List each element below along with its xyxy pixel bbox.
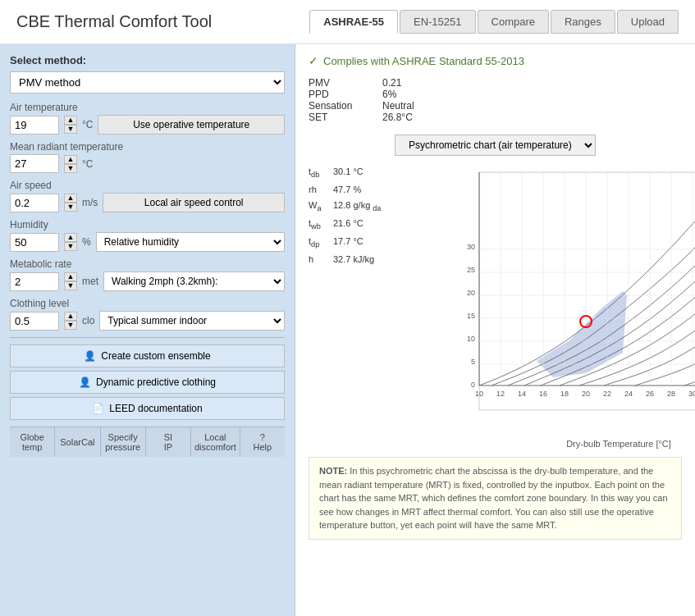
help-btn[interactable]: ?Help: [240, 427, 285, 457]
humidity-down[interactable]: ▼: [64, 242, 77, 251]
svg-text:26: 26: [646, 390, 654, 398]
check-icon: ✓: [309, 54, 318, 67]
note-box: NOTE: In this psychrometric chart the ab…: [309, 457, 682, 540]
mean-rad-unit: °C: [82, 158, 93, 170]
clothing-label: Clothing level: [10, 298, 285, 309]
svg-text:25: 25: [467, 266, 475, 274]
chart-content: tdb 30.1 °C rh 47.7 % Wa 12.8 g/kg da tw…: [309, 164, 682, 449]
humidity-unit: %: [82, 236, 91, 248]
mean-rad-spinner: ▲ ▼: [64, 155, 77, 173]
create-ensemble-btn[interactable]: 👤 Create custom ensemble: [10, 345, 285, 367]
metabolic-group: Metabolic rate ▲ ▼ met Walking 2mph (3.2…: [10, 258, 285, 291]
air-speed-up[interactable]: ▲: [64, 194, 77, 203]
metabolic-type-select[interactable]: Walking 2mph (3.2kmh):: [103, 271, 285, 291]
tdb-label: tdb: [309, 164, 331, 182]
operative-temp-btn[interactable]: Use operative temperature: [98, 115, 285, 135]
metabolic-spinner: ▲ ▼: [64, 272, 77, 290]
bottom-toolbar: Globetemp SolarCal Specifypressure SIIP …: [10, 427, 285, 457]
clothing-unit: clo: [82, 315, 94, 326]
humidity-up[interactable]: ▲: [64, 233, 77, 242]
rh-value: 47.7 %: [333, 182, 440, 198]
svg-text:30: 30: [467, 243, 475, 251]
tabs-bar: ASHRAE-55 EN-15251 Compare Ranges Upload: [309, 10, 679, 34]
metabolic-up[interactable]: ▲: [64, 272, 77, 281]
svg-text:12: 12: [496, 390, 505, 398]
local-air-speed-btn[interactable]: Local air speed control: [103, 193, 285, 212]
air-speed-down[interactable]: ▼: [64, 203, 77, 212]
tdp-label: tdp: [309, 234, 331, 252]
dynamic-clothing-btn[interactable]: 👤 Dynamic predictive clothing: [10, 371, 285, 394]
svg-text:28: 28: [667, 390, 675, 398]
mean-rad-label: Mean radiant temperature: [10, 141, 285, 153]
metabolic-down[interactable]: ▼: [64, 281, 77, 290]
clothing-type-select[interactable]: Typical summer indoor: [99, 311, 285, 331]
mean-rad-down[interactable]: ▼: [64, 164, 77, 173]
humidity-group: Humidity ▲ ▼ % Relative humidity: [10, 219, 285, 252]
chart-type-select[interactable]: Psychrometric chart (air temperature): [395, 135, 596, 156]
humidity-type-select[interactable]: Relative humidity: [96, 232, 285, 252]
tab-ashrae[interactable]: ASHRAE-55: [309, 10, 398, 34]
tab-ranges[interactable]: Ranges: [551, 10, 615, 34]
right-panel: ✓ Complies with ASHRAE Standard 55-2013 …: [295, 44, 695, 616]
si-ip-btn[interactable]: SIIP: [146, 427, 191, 457]
chart-dropdown-row: Psychrometric chart (air temperature): [309, 135, 682, 156]
svg-text:16: 16: [539, 390, 547, 398]
tab-compare[interactable]: Compare: [478, 10, 549, 34]
clothing-input[interactable]: [10, 312, 59, 331]
leed-icon: 📄: [92, 403, 104, 414]
ppd-value: 6%: [382, 89, 456, 100]
svg-text:22: 22: [603, 390, 611, 398]
air-temp-spinner: ▲ ▼: [64, 116, 77, 134]
compliance-row: ✓ Complies with ASHRAE Standard 55-2013: [309, 54, 682, 67]
method-select[interactable]: PMV method: [10, 71, 285, 94]
note-text: In this psychrometric chart the abscissa…: [319, 466, 668, 530]
clothing-group: Clothing level ▲ ▼ clo Typical summer in…: [10, 298, 285, 331]
chart-svg-wrapper: 10 12 14 16 18 20 22 24 26 28 30 32: [446, 164, 695, 449]
tab-en15251[interactable]: EN-15251: [400, 10, 476, 34]
specify-pressure-btn[interactable]: Specifypressure: [101, 427, 146, 457]
leed-btn[interactable]: 📄 LEED documentation: [10, 397, 285, 420]
select-method-label: Select method:: [10, 54, 285, 66]
pmv-value: 0.21: [382, 77, 456, 89]
svg-text:30: 30: [688, 390, 695, 398]
left-panel: Select method: PMV method Air temperatur…: [0, 44, 295, 616]
sensation-label: Sensation: [309, 100, 382, 112]
tdb-value: 30.1 °C: [333, 164, 440, 182]
psych-data-column: tdb 30.1 °C rh 47.7 % Wa 12.8 g/kg da tw…: [309, 164, 440, 449]
sensation-value: Neutral: [382, 100, 456, 112]
metabolic-input[interactable]: [10, 272, 59, 291]
air-temp-down[interactable]: ▼: [64, 125, 77, 134]
svg-text:10: 10: [475, 390, 483, 398]
mean-rad-up[interactable]: ▲: [64, 155, 77, 164]
svg-text:5: 5: [471, 358, 475, 366]
clothing-spinner: ▲ ▼: [64, 312, 77, 330]
air-temp-label: Air temperature: [10, 102, 285, 113]
local-discomfort-btn[interactable]: Localdiscomfort: [191, 427, 240, 457]
air-speed-input[interactable]: [10, 194, 59, 212]
air-speed-spinner: ▲ ▼: [64, 194, 77, 212]
svg-text:0: 0: [471, 381, 475, 389]
solarcal-btn[interactable]: SolarCal: [55, 427, 100, 457]
humidity-input[interactable]: [10, 233, 59, 252]
app-title: CBE Thermal Comfort Tool: [16, 12, 212, 31]
globe-temp-btn[interactable]: Globetemp: [10, 427, 55, 457]
psychrometric-chart: 10 12 14 16 18 20 22 24 26 28 30 32: [446, 164, 695, 443]
air-temp-unit: °C: [82, 119, 93, 130]
ppd-label: PPD: [309, 89, 382, 100]
svg-rect-0: [479, 172, 695, 410]
air-temp-up[interactable]: ▲: [64, 116, 77, 125]
set-label: SET: [309, 112, 382, 123]
mean-rad-input[interactable]: [10, 154, 59, 173]
set-value: 26.8°C: [382, 112, 456, 123]
clothing-up[interactable]: ▲: [64, 312, 77, 321]
twb-label: twb: [309, 216, 331, 234]
humidity-spinner: ▲ ▼: [64, 233, 77, 251]
tab-upload[interactable]: Upload: [617, 10, 679, 34]
clothing-down[interactable]: ▼: [64, 321, 77, 330]
ensemble-icon: 👤: [84, 350, 96, 362]
metabolic-unit: met: [82, 276, 98, 287]
air-temp-input[interactable]: [10, 116, 59, 135]
air-speed-label: Air speed: [10, 180, 285, 191]
wa-value: 12.8 g/kg da: [333, 198, 440, 216]
dynamic-icon: 👤: [79, 376, 91, 388]
